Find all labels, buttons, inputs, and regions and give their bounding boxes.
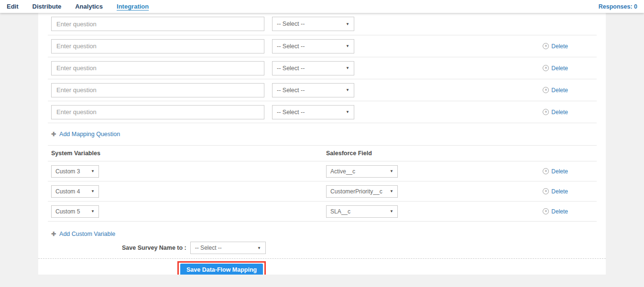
tab-distribute[interactable]: Distribute — [33, 3, 62, 10]
tab-edit[interactable]: Edit — [7, 3, 19, 10]
plus-icon: ✚ — [51, 131, 56, 138]
question-field-select[interactable]: -- Select -- ▼ — [272, 105, 354, 119]
select-value: -- Select -- — [277, 21, 305, 27]
delete-variable-button[interactable]: × Delete — [543, 168, 568, 175]
chevron-down-icon: ▼ — [390, 169, 393, 173]
delete-mapping-question-button[interactable]: × Delete — [543, 87, 568, 94]
system-variables-header: System Variables — [51, 150, 326, 157]
select-value: -- Select -- — [195, 244, 222, 251]
chevron-down-icon: ▼ — [346, 66, 349, 70]
add-custom-variable-label: Add Custom Variable — [59, 231, 115, 237]
question-field-select[interactable]: -- Select -- ▼ — [272, 17, 354, 31]
circle-x-icon: × — [543, 168, 549, 174]
add-mapping-question-button[interactable]: ✚ Add Mapping Question — [48, 123, 597, 145]
delete-mapping-question-button[interactable]: × Delete — [543, 43, 568, 50]
mapping-question-row: -- Select -- ▼ × Delete — [48, 79, 597, 101]
save-survey-name-label: Save Survey Name to : — [122, 244, 186, 251]
select-value: -- Select -- — [277, 87, 305, 94]
circle-x-icon: × — [543, 109, 549, 115]
chevron-down-icon: ▼ — [346, 110, 349, 114]
add-mapping-question-label: Add Mapping Question — [59, 131, 120, 138]
system-variable-select[interactable]: Custom 3 ▼ — [51, 165, 99, 178]
variable-mapping-row: Custom 3 ▼ Active__c ▼ × Delete — [48, 161, 597, 181]
delete-label: Delete — [551, 43, 568, 50]
select-value: Active__c — [330, 168, 355, 175]
delete-variable-button[interactable]: × Delete — [543, 188, 568, 195]
top-navigation-bar: Edit Distribute Analytics Integration Re… — [0, 0, 644, 13]
footer-actions: Save Data-Flow Mapping — [38, 261, 606, 275]
circle-x-icon: × — [543, 43, 549, 49]
question-input[interactable] — [51, 17, 264, 31]
select-value: SLA__c — [330, 208, 350, 215]
variable-mapping-row: Custom 5 ▼ SLA__c ▼ × Delete — [48, 202, 597, 222]
question-input[interactable] — [51, 39, 264, 53]
salesforce-field-select[interactable]: CustomerPriority__c ▼ — [326, 185, 398, 198]
variable-mapping-row: Custom 4 ▼ CustomerPriority__c ▼ × Delet… — [48, 181, 597, 202]
question-field-select[interactable]: -- Select -- ▼ — [272, 61, 354, 75]
question-field-select[interactable]: -- Select -- ▼ — [272, 83, 354, 97]
question-input[interactable] — [51, 105, 264, 119]
mapping-question-row: -- Select -- ▼ — [48, 13, 597, 35]
red-highlight-box: Save Data-Flow Mapping — [177, 261, 266, 275]
delete-label: Delete — [551, 188, 568, 195]
delete-mapping-question-button[interactable]: × Delete — [543, 65, 568, 72]
delete-label: Delete — [551, 168, 568, 175]
chevron-down-icon: ▼ — [346, 44, 349, 48]
mapping-question-row: -- Select -- ▼ × Delete — [48, 101, 597, 123]
select-value: -- Select -- — [277, 43, 305, 50]
delete-label: Delete — [551, 109, 568, 116]
add-custom-variable-button[interactable]: ✚ Add Custom Variable — [48, 228, 597, 240]
select-value: -- Select -- — [277, 109, 305, 116]
circle-x-icon: × — [543, 188, 549, 194]
chevron-down-icon: ▼ — [346, 88, 349, 92]
system-variable-select[interactable]: Custom 5 ▼ — [51, 205, 99, 218]
plus-icon: ✚ — [51, 231, 56, 237]
circle-x-icon: × — [543, 65, 549, 71]
chevron-down-icon: ▼ — [91, 189, 95, 193]
circle-x-icon: × — [543, 87, 549, 93]
delete-label: Delete — [551, 65, 568, 72]
delete-mapping-question-button[interactable]: × Delete — [543, 109, 568, 116]
select-value: -- Select -- — [277, 65, 305, 72]
salesforce-field-header: Salesforce Field — [326, 150, 372, 157]
question-input[interactable] — [51, 83, 264, 97]
delete-variable-button[interactable]: × Delete — [543, 208, 568, 215]
salesforce-field-select[interactable]: SLA__c ▼ — [326, 205, 398, 218]
salesforce-field-select[interactable]: Active__c ▼ — [326, 165, 398, 178]
question-field-select[interactable]: -- Select -- ▼ — [272, 39, 354, 53]
dashed-divider — [38, 258, 606, 259]
integration-mapping-panel: -- Select -- ▼ -- Select -- ▼ × Delete -… — [38, 13, 606, 275]
save-survey-name-row: Save Survey Name to : -- Select -- ▼ — [48, 242, 597, 254]
select-value: Custom 4 — [55, 188, 80, 195]
delete-label: Delete — [551, 87, 568, 94]
survey-name-select[interactable]: -- Select -- ▼ — [190, 242, 266, 254]
chevron-down-icon: ▼ — [91, 169, 95, 173]
select-value: CustomerPriority__c — [330, 188, 382, 195]
chevron-down-icon: ▼ — [390, 209, 393, 213]
chevron-down-icon: ▼ — [390, 189, 393, 193]
variable-mapping-header-row: System Variables Salesforce Field — [48, 145, 597, 161]
delete-label: Delete — [551, 208, 568, 215]
chevron-down-icon: ▼ — [346, 22, 349, 26]
system-variable-select[interactable]: Custom 4 ▼ — [51, 185, 99, 198]
circle-x-icon: × — [543, 208, 549, 214]
tab-integration[interactable]: Integration — [117, 3, 149, 10]
chevron-down-icon: ▼ — [91, 209, 95, 213]
question-input[interactable] — [51, 61, 264, 75]
select-value: Custom 3 — [55, 168, 80, 175]
tab-analytics[interactable]: Analytics — [75, 3, 103, 10]
select-value: Custom 5 — [55, 208, 80, 215]
chevron-down-icon: ▼ — [257, 246, 261, 250]
responses-count[interactable]: Responses: 0 — [599, 3, 637, 10]
save-data-flow-mapping-button[interactable]: Save Data-Flow Mapping — [180, 264, 263, 275]
mapping-question-row: -- Select -- ▼ × Delete — [48, 35, 597, 57]
mapping-question-row: -- Select -- ▼ × Delete — [48, 57, 597, 79]
